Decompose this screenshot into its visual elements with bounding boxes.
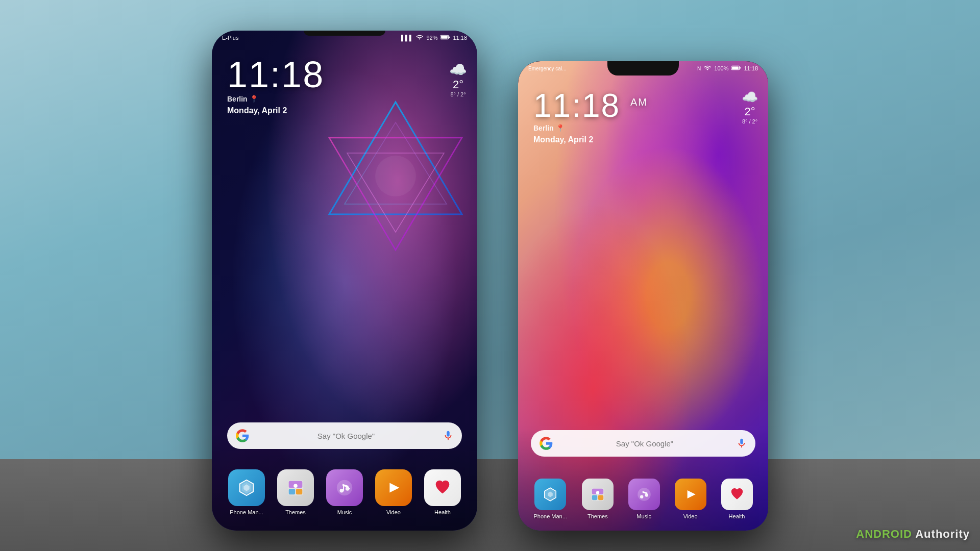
phone-notch <box>607 61 679 76</box>
video-icon <box>375 469 412 506</box>
clock-date: Monday, April 2 <box>227 106 324 115</box>
location-pin-icon-right: 📍 <box>556 124 565 132</box>
weather-icon: ☁️ <box>449 61 467 78</box>
phone-manager-icon-right <box>534 479 566 510</box>
right-phone-clock: 11:18 AM Berlin 📍 Monday, April 2 <box>533 89 648 144</box>
app-label-themes: Themes <box>285 509 306 515</box>
app-label-health-right: Health <box>729 513 745 519</box>
status-bar-right-2: N 100% 11:18 <box>697 64 758 72</box>
app-label-themes-right: Themes <box>587 513 608 519</box>
time-display-right: 11:18 <box>744 65 758 71</box>
svg-point-27 <box>638 488 651 501</box>
left-phone-search-bar[interactable]: Say "Ok Google" <box>227 422 462 449</box>
wifi-icon <box>416 34 423 42</box>
search-placeholder-right: Say "Ok Google" <box>558 439 731 448</box>
weather-icon-right: ☁️ <box>742 89 758 105</box>
app-phone-manager-right[interactable]: Phone Man... <box>533 479 567 519</box>
battery-percent-right: 100% <box>714 65 728 71</box>
app-label-phone-manager: Phone Man... <box>230 509 263 515</box>
signal-icon: ▌▌▌ <box>401 35 413 41</box>
svg-rect-11 <box>296 489 302 494</box>
battery-percent: 92% <box>426 35 437 41</box>
clock-location-right: Berlin 📍 <box>533 124 648 132</box>
right-phone-search-bar[interactable]: Say "Ok Google" <box>531 430 755 457</box>
left-phone-screen: E-Plus ▌▌▌ 92% 11:18 11:18 Berlin <box>212 31 477 531</box>
app-label-video-right: Video <box>683 513 698 519</box>
wallpaper-decoration <box>319 97 472 260</box>
app-health[interactable]: Health <box>424 469 461 515</box>
left-phone-clock: 11:18 Berlin 📍 Monday, April 2 <box>227 56 324 115</box>
left-phone-status-bar: E-Plus ▌▌▌ 92% 11:18 <box>212 31 477 45</box>
left-phone-app-dock: Phone Man... Themes <box>212 469 477 515</box>
nfc-icon: N <box>697 66 701 71</box>
right-phone: Emergency cal... N 100% 11:18 11:18 <box>518 61 768 531</box>
weather-temp-right: 2° <box>742 105 758 118</box>
app-health-right[interactable]: Health <box>721 479 753 519</box>
right-phone-weather: ☁️ 2° 8° / 2° <box>742 89 758 124</box>
watermark-text: ANDROID Authority <box>856 528 970 540</box>
svg-point-12 <box>293 484 298 488</box>
app-video-right[interactable]: Video <box>675 479 706 519</box>
app-music-right[interactable]: Music <box>628 479 660 519</box>
health-icon <box>424 469 461 506</box>
app-themes[interactable]: Themes <box>277 469 314 515</box>
app-label-health: Health <box>434 509 451 515</box>
phones-container: E-Plus ▌▌▌ 92% 11:18 11:18 Berlin <box>0 0 980 551</box>
battery-icon <box>440 34 450 41</box>
health-icon-right <box>721 479 753 510</box>
svg-point-29 <box>645 493 648 496</box>
carrier-text-right: Emergency cal... <box>528 66 566 71</box>
music-icon <box>326 469 363 506</box>
svg-point-13 <box>337 480 352 495</box>
left-phone: E-Plus ▌▌▌ 92% 11:18 11:18 Berlin <box>212 31 477 531</box>
watermark: ANDROID Authority <box>856 528 970 541</box>
right-phone-app-dock: Phone Man... Themes <box>518 479 768 519</box>
svg-rect-10 <box>289 489 295 494</box>
search-placeholder: Say "Ok Google" <box>255 432 437 440</box>
mic-icon <box>443 430 454 441</box>
clock-time: 11:18 <box>227 56 324 93</box>
svg-rect-20 <box>740 67 741 69</box>
svg-marker-30 <box>687 490 695 498</box>
svg-point-14 <box>340 489 344 493</box>
svg-point-15 <box>346 487 350 491</box>
svg-rect-25 <box>598 495 603 500</box>
carrier-text: E-Plus <box>222 35 238 41</box>
svg-rect-21 <box>732 66 739 69</box>
phone-manager-icon <box>228 469 265 506</box>
weather-range: 8° / 2° <box>449 91 467 97</box>
wifi-icon-right <box>704 64 711 72</box>
google-logo-right <box>539 436 553 450</box>
app-label-music-right: Music <box>636 513 651 519</box>
svg-marker-18 <box>389 483 399 493</box>
music-icon-right <box>628 479 660 510</box>
right-phone-screen: Emergency cal... N 100% 11:18 11:18 <box>518 61 768 531</box>
svg-rect-6 <box>449 37 450 38</box>
themes-icon <box>277 469 314 506</box>
time-display: 11:18 <box>453 35 467 41</box>
app-label-music: Music <box>337 509 352 515</box>
app-phone-manager[interactable]: Phone Man... <box>228 469 265 515</box>
themes-icon-right <box>582 479 614 510</box>
clock-time-right: 11:18 AM <box>533 89 648 122</box>
status-bar-right: ▌▌▌ 92% 11:18 <box>401 34 467 42</box>
weather-temp: 2° <box>449 78 467 91</box>
clock-location: Berlin 📍 <box>227 95 324 103</box>
svg-point-26 <box>596 491 599 494</box>
app-video[interactable]: Video <box>375 469 412 515</box>
svg-rect-7 <box>442 36 448 38</box>
weather-range-right: 8° / 2° <box>742 118 758 124</box>
app-label-video: Video <box>386 509 401 515</box>
svg-rect-24 <box>592 495 597 500</box>
google-logo <box>235 429 250 443</box>
battery-icon-right <box>731 65 741 72</box>
location-pin-icon: 📍 <box>250 95 258 103</box>
app-themes-right[interactable]: Themes <box>582 479 614 519</box>
app-music[interactable]: Music <box>326 469 363 515</box>
svg-point-28 <box>640 495 643 498</box>
app-label-phone-manager-right: Phone Man... <box>533 513 567 519</box>
svg-point-4 <box>375 156 416 196</box>
video-icon-right <box>675 479 706 510</box>
left-phone-weather: ☁️ 2° 8° / 2° <box>449 61 467 97</box>
mic-icon-right <box>736 438 747 449</box>
